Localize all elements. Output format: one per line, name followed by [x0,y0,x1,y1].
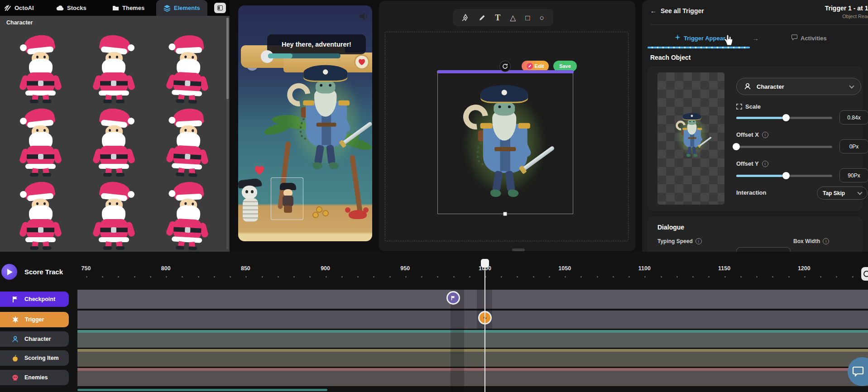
checkpoint-marker[interactable] [446,291,460,305]
santa-character[interactable] [4,106,77,178]
tab-stocks[interactable]: Stocks [56,0,86,16]
object-type-dropdown[interactable]: Character [736,78,861,95]
ghost-pirate-thumbnail [676,112,707,159]
ruler-edge-button[interactable] [861,267,868,281]
play-button[interactable] [1,264,17,280]
santa-character[interactable] [151,180,225,251]
ruler-label: 950 [400,265,410,272]
santa-character[interactable] [4,180,77,251]
interaction-dropdown[interactable]: Tap Skip [817,186,868,200]
timeline-lane-character[interactable] [77,330,868,348]
offset-y-label: Offset Y [736,160,759,167]
row-pill-checkpoint[interactable]: Checkpoint [0,292,69,307]
arrow-right-icon: → [752,34,759,42]
tab-elements[interactable]: Elements [156,0,207,16]
scale-value-box[interactable]: 0.84x [839,110,868,124]
timeline-lane-scoring-item[interactable] [77,349,868,367]
ruler-tick [341,276,343,277]
ruler-tick [102,276,103,277]
box-width-label: Box Width i [793,238,829,244]
info-icon[interactable]: i [762,132,768,138]
collapse-sidebar-button[interactable] [214,3,226,13]
santa-character[interactable] [77,180,151,251]
timeline-panel: Score Track 7508008509009501000105011001… [0,252,868,392]
text-tool-icon[interactable]: T [495,14,500,22]
resize-handle[interactable] [503,212,507,216]
row-pill-enemies[interactable]: Enemies [0,370,69,385]
tab-label: Activities [801,35,827,42]
offset-x-label-row: Offset X i [736,131,768,138]
tab-themes[interactable]: Themes [112,0,144,16]
info-icon[interactable]: i [695,238,702,244]
lane-accent-strip [77,349,868,352]
ruler-tick [613,276,614,277]
rectangle-tool-icon[interactable]: □ [525,14,530,22]
tab-octoai[interactable]: OctoAI [5,0,34,16]
playhead-line [484,269,485,392]
sparkle-icon [675,34,681,42]
ellipse-tool-icon[interactable]: ○ [540,14,544,22]
tab-trigger-appear[interactable]: Trigger Appear [675,34,725,42]
santa-character[interactable] [4,33,77,105]
row-pill-character[interactable]: Character [0,331,69,347]
row-pill-trigger[interactable]: Trigger [0,312,69,327]
pencil-icon[interactable] [479,14,485,21]
santa-character[interactable] [77,33,151,105]
skeleton-pirate-skull [242,186,257,199]
flag-icon [12,296,19,303]
ruler-tick [198,276,199,277]
lane-accent-strip [77,330,868,333]
scale-icon [736,104,742,110]
ruler-tick [326,276,327,277]
ghost-pirate-figure [676,112,707,159]
timeline-lane-trigger[interactable] [77,311,868,329]
offset-y-slider[interactable] [736,172,832,179]
drawing-toolbar: T △ □ ○ [453,9,553,26]
ruler-tick [597,276,598,277]
lane-accent-strip [77,368,868,371]
tab-active-indicator [647,47,750,48]
speaker-icon[interactable] [359,12,369,21]
timeline-shaded-band [451,290,464,392]
offset-y-value-box[interactable]: 90Px [839,168,868,182]
scale-label: Scale [745,103,761,110]
row-pill-scoring-item[interactable]: Scoring Item [0,350,69,366]
panel-resize-grip[interactable] [512,249,525,251]
santa-character[interactable] [77,106,151,178]
app-root: OctoAI Stocks Themes Elements [0,0,868,392]
timeline-lane-enemies[interactable] [77,368,868,386]
ghost-pirate-canvas-object[interactable] [465,83,543,203]
triangle-tool-icon[interactable]: △ [510,14,516,22]
offset-x-slider[interactable] [736,143,832,150]
skeleton-eye [245,190,248,193]
ruler-label: 1050 [558,265,571,272]
top-tab-bar: OctoAI Stocks Themes Elements [0,0,230,16]
playhead-handle[interactable] [481,259,489,268]
object-thumbnail [657,72,724,205]
ruler-tick [740,276,742,277]
ruler-tick [278,276,279,277]
rotate-handle[interactable] [499,61,511,72]
reach-object-card: Character Scale 0.84x Offset X i 0Px Off… [647,66,863,211]
back-to-triggers[interactable]: ← See all Trigger [650,7,704,14]
character-library-panel: Character [0,16,230,252]
timeline-lane-checkpoint[interactable] [77,290,868,309]
santa-character[interactable] [151,106,225,178]
info-icon[interactable]: i [762,161,768,167]
ruler-tick [533,276,534,277]
ruler-tick [453,276,455,277]
chevron-down-icon [857,190,862,195]
chevron-down-icon [849,83,854,88]
scale-slider[interactable] [736,114,832,121]
divider [650,24,868,25]
library-scrollbar[interactable] [226,18,229,249]
info-icon[interactable]: i [823,238,829,244]
ruler-tick [437,276,438,277]
pen-tool-icon[interactable] [462,14,469,21]
santa-character[interactable] [151,33,225,105]
offset-x-value-box[interactable]: 0Px [839,139,868,153]
panel-title: Character [6,19,33,26]
ruler-tick [245,276,247,277]
tab-activities[interactable]: Activities [791,34,827,42]
person-icon [744,83,751,90]
